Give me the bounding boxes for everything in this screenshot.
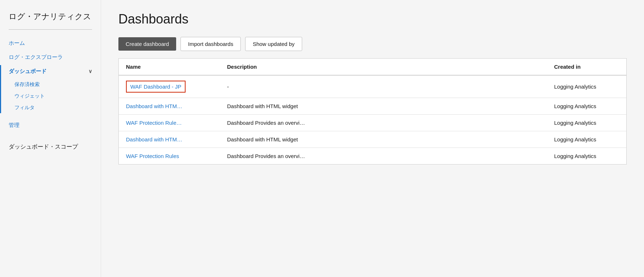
- table-cell-created-in: Logging Analytics: [547, 148, 626, 165]
- highlighted-cell-wrapper: WAF Dashboard - JP: [126, 81, 186, 93]
- import-dashboards-button[interactable]: Import dashboards: [180, 37, 241, 51]
- table-cell-name: WAF Dashboard - JP: [119, 75, 220, 98]
- table-cell-description: Dashboard Provides an overvi…: [220, 148, 547, 165]
- sidebar-subnav-dashboard: 保存済検索 ウィジェット フィルタ: [9, 79, 92, 113]
- table-row: WAF Protection RulesDashboard Provides a…: [119, 148, 626, 165]
- show-updated-by-button[interactable]: Show updated by: [245, 37, 302, 51]
- sidebar-title: ログ・アナリティクス: [9, 12, 92, 22]
- dashboards-table: Name Description Created in WAF Dashboar…: [119, 59, 626, 164]
- table-row: WAF Dashboard - JP-Logging Analytics: [119, 75, 626, 98]
- sidebar-item-filter[interactable]: フィルタ: [14, 102, 92, 113]
- sidebar-dashboard-label: ダッシュボード: [9, 68, 47, 75]
- col-header-description: Description: [220, 59, 547, 75]
- sidebar-item-admin[interactable]: 管理: [9, 119, 92, 132]
- toolbar: Create dashboard Import dashboards Show …: [118, 37, 627, 51]
- table-header-row: Name Description Created in: [119, 59, 626, 75]
- sidebar-item-saved-search[interactable]: 保存済検索: [14, 79, 92, 90]
- col-header-created-in: Created in: [547, 59, 626, 75]
- page-title: Dashboards: [118, 12, 627, 27]
- table-row: Dashboard with HTM…Dashboard with HTML w…: [119, 98, 626, 115]
- table-row: WAF Protection Rule…Dashboard Provides a…: [119, 115, 626, 131]
- table-cell-description: Dashboard with HTML widget: [220, 131, 547, 148]
- table-cell-created-in: Logging Analytics: [547, 75, 626, 98]
- sidebar-item-home[interactable]: ホーム: [9, 37, 92, 50]
- table-cell-name: Dashboard with HTM…: [119, 98, 220, 115]
- table-cell-created-in: Logging Analytics: [547, 131, 626, 148]
- sidebar-link-dashboard[interactable]: ダッシュボード ∨: [9, 65, 92, 78]
- table-cell-created-in: Logging Analytics: [547, 98, 626, 115]
- dashboard-link-1[interactable]: Dashboard with HTM…: [126, 103, 182, 109]
- sidebar-link-filter[interactable]: フィルタ: [14, 102, 92, 113]
- sidebar-item-widget[interactable]: ウィジェット: [14, 91, 92, 102]
- create-dashboard-button[interactable]: Create dashboard: [118, 37, 176, 51]
- sidebar: ログ・アナリティクス ホーム ログ・エクスプローラ ダッシュボード ∨ 保存済検…: [0, 0, 101, 277]
- sidebar-link-log-explorer[interactable]: ログ・エクスプローラ: [9, 51, 92, 64]
- sidebar-link-widget[interactable]: ウィジェット: [14, 91, 92, 102]
- main-content: Dashboards Create dashboard Import dashb…: [101, 0, 644, 277]
- chevron-down-icon: ∨: [88, 68, 92, 74]
- dashboards-table-container: Name Description Created in WAF Dashboar…: [118, 58, 627, 165]
- table-body: WAF Dashboard - JP-Logging AnalyticsDash…: [119, 75, 626, 164]
- table-cell-name: Dashboard with HTM…: [119, 131, 220, 148]
- dashboard-link-4[interactable]: WAF Protection Rules: [126, 153, 179, 159]
- table-row: Dashboard with HTM…Dashboard with HTML w…: [119, 131, 626, 148]
- table-cell-created-in: Logging Analytics: [547, 115, 626, 131]
- sidebar-item-log-explorer[interactable]: ログ・エクスプローラ: [9, 51, 92, 64]
- table-cell-description: Dashboard with HTML widget: [220, 98, 547, 115]
- sidebar-item-dashboard[interactable]: ダッシュボード ∨ 保存済検索 ウィジェット フィルタ: [9, 65, 92, 113]
- dashboard-link-0[interactable]: WAF Dashboard - JP: [130, 84, 181, 90]
- sidebar-link-saved-search[interactable]: 保存済検索: [14, 79, 92, 90]
- dashboard-link-2[interactable]: WAF Protection Rule…: [126, 120, 182, 126]
- table-cell-name: WAF Protection Rules: [119, 148, 220, 165]
- dashboard-link-3[interactable]: Dashboard with HTM…: [126, 136, 182, 142]
- table-cell-description: Dashboard Provides an overvi…: [220, 115, 547, 131]
- sidebar-link-admin[interactable]: 管理: [9, 119, 92, 132]
- table-cell-name: WAF Protection Rule…: [119, 115, 220, 131]
- sidebar-footer: ダッシュボード・スコープ: [9, 143, 92, 151]
- sidebar-link-home[interactable]: ホーム: [9, 37, 92, 50]
- table-cell-description: -: [220, 75, 547, 98]
- col-header-name: Name: [119, 59, 220, 75]
- sidebar-divider: [9, 29, 92, 30]
- sidebar-nav: ホーム ログ・エクスプローラ ダッシュボード ∨ 保存済検索 ウィジェット フィ…: [9, 37, 92, 132]
